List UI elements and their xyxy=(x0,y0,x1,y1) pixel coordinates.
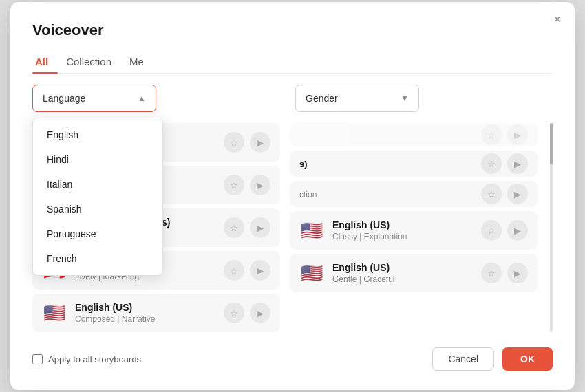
right-voice-list: ☆ ▶ s) ☆ ▶ ction ☆ xyxy=(290,123,538,332)
voice-actions-right-top: ☆ ▶ xyxy=(481,124,528,145)
cancel-button[interactable]: Cancel xyxy=(432,347,494,371)
ok-button[interactable]: OK xyxy=(502,347,553,371)
play-button-4[interactable]: ▶ xyxy=(250,260,270,281)
dropdown-item-hindi[interactable]: Hindi xyxy=(33,147,162,172)
voice-card-right-partial2: ction ☆ ▶ xyxy=(290,181,538,207)
voice-card-us-left: 🇺🇸 English (US) Composed | Narrative ☆ ▶ xyxy=(32,294,280,332)
voice-info-rp2: ction xyxy=(299,188,473,199)
play-button-r1[interactable]: ▶ xyxy=(507,220,528,241)
modal-title: Voiceover xyxy=(32,21,553,39)
favorite-button-1[interactable]: ☆ xyxy=(224,132,244,153)
flag-us-left: 🇺🇸 xyxy=(42,303,67,324)
play-button-rp[interactable]: ▶ xyxy=(507,153,528,174)
apply-all-checkbox[interactable] xyxy=(32,354,43,364)
close-button[interactable]: × xyxy=(553,13,561,25)
voice-tags-r1: Classy | Explanation xyxy=(332,232,473,241)
voice-card-us-r2: 🇺🇸 English (US) Gentle | Graceful ☆ ▶ xyxy=(290,254,538,292)
voice-card-right-partial: s) ☆ ▶ xyxy=(290,151,538,177)
filters-row: Language ▲ English Hindi Italian Spanish xyxy=(32,85,553,112)
favorite-button-rp2[interactable]: ☆ xyxy=(481,184,502,204)
favorite-button-rp[interactable]: ☆ xyxy=(481,153,502,174)
footer-buttons: Cancel OK xyxy=(432,347,553,371)
gender-select[interactable]: Gender ▼ xyxy=(295,85,419,112)
play-button-3[interactable]: ▶ xyxy=(250,217,270,238)
voice-actions-4: ☆ ▶ xyxy=(224,260,270,281)
favorite-button-4[interactable]: ☆ xyxy=(224,260,244,281)
tab-me[interactable]: Me xyxy=(127,52,153,73)
favorite-button-r2[interactable]: ☆ xyxy=(481,263,502,283)
voice-tags-r2: Gentle | Graceful xyxy=(332,274,473,284)
voice-tags-5: Composed | Narrative xyxy=(75,314,215,324)
voice-info-r1: English (US) Classy | Explanation xyxy=(332,219,473,241)
voice-card-us-r1: 🇺🇸 English (US) Classy | Explanation ☆ ▶ xyxy=(290,211,538,250)
dropdown-item-spanish[interactable]: Spanish xyxy=(33,197,162,221)
voice-actions-rp: ☆ ▶ xyxy=(481,153,528,174)
dropdown-item-french[interactable]: French xyxy=(33,246,162,271)
voice-actions-3: ☆ ▶ xyxy=(224,217,270,238)
flag-us-r1: 🇺🇸 xyxy=(299,220,324,241)
language-select-wrapper: Language ▲ English Hindi Italian Spanish xyxy=(32,85,156,112)
voice-info-5: English (US) Composed | Narrative xyxy=(75,302,215,324)
voice-card-right-top: ☆ ▶ xyxy=(290,123,538,146)
apply-all-label[interactable]: Apply to all storyboards xyxy=(32,354,141,364)
voice-tags-rp2: ction xyxy=(299,190,473,199)
play-button-rp2[interactable]: ▶ xyxy=(507,184,528,204)
dropdown-item-english[interactable]: English xyxy=(33,122,162,147)
dropdown-item-portuguese[interactable]: Portuguese xyxy=(33,221,162,246)
voice-info-rp: s) xyxy=(299,159,473,169)
gender-chevron-down-icon: ▼ xyxy=(401,94,409,103)
scrollbar-thumb[interactable] xyxy=(550,123,553,164)
voice-name-r2: English (US) xyxy=(332,262,473,273)
favorite-button-3[interactable]: ☆ xyxy=(224,217,244,238)
language-dropdown: English Hindi Italian Spanish Portuguese… xyxy=(32,118,163,276)
voice-name-5: English (US) xyxy=(75,302,215,313)
favorite-button-5[interactable]: ☆ xyxy=(224,303,244,323)
voice-actions-2: ☆ ▶ xyxy=(224,175,270,195)
play-button-r2[interactable]: ▶ xyxy=(507,263,528,283)
voiceover-modal: × Voiceover All Collection Me Language ▲… xyxy=(10,2,575,390)
play-button-1[interactable]: ▶ xyxy=(250,132,270,153)
play-button-5[interactable]: ▶ xyxy=(250,303,270,323)
voice-name-r1: English (US) xyxy=(332,219,473,230)
voice-actions-5: ☆ ▶ xyxy=(224,303,270,323)
language-chevron-up-icon: ▲ xyxy=(138,94,146,103)
voice-actions-rp2: ☆ ▶ xyxy=(481,184,528,204)
play-button-2[interactable]: ▶ xyxy=(250,175,270,195)
voice-info-r2: English (US) Gentle | Graceful xyxy=(332,262,473,284)
favorite-button-2[interactable]: ☆ xyxy=(224,175,244,195)
favorite-button-r1[interactable]: ☆ xyxy=(481,220,502,241)
voice-actions-r2: ☆ ▶ xyxy=(481,263,528,283)
tabs-row: All Collection Me xyxy=(32,52,553,74)
dropdown-item-italian[interactable]: Italian xyxy=(33,172,162,197)
tab-all[interactable]: All xyxy=(32,52,58,73)
voice-actions-r1: ☆ ▶ xyxy=(481,220,528,241)
footer-row: Apply to all storyboards Cancel OK xyxy=(32,347,553,371)
voice-actions-1: ☆ ▶ xyxy=(224,132,270,153)
scrollbar-track xyxy=(550,123,553,332)
voice-name-rp: s) xyxy=(299,159,473,169)
language-select[interactable]: Language ▲ xyxy=(32,85,156,112)
flag-us-r2: 🇺🇸 xyxy=(299,263,324,284)
tab-collection[interactable]: Collection xyxy=(63,52,121,73)
play-button-r0[interactable]: ▶ xyxy=(507,124,528,145)
favorite-button-r0[interactable]: ☆ xyxy=(481,124,502,145)
